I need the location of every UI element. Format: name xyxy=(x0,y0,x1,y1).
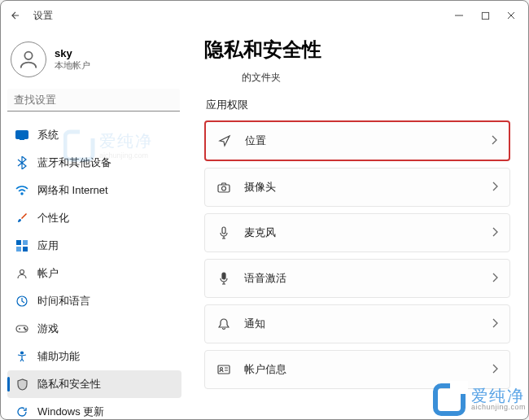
bell-icon xyxy=(216,317,231,331)
gamepad-icon xyxy=(15,322,28,335)
page-title: 隐私和安全性 xyxy=(204,37,510,63)
setting-label: 位置 xyxy=(245,133,266,148)
svg-rect-11 xyxy=(23,247,28,252)
setting-item-location[interactable]: 位置 xyxy=(204,120,510,161)
sidebar-item-network[interactable]: 网络和 Internet xyxy=(7,177,181,204)
settings-list: 位置 摄像头 麦克风 语音激活 xyxy=(204,120,510,389)
sidebar-item-bluetooth[interactable]: 蓝牙和其他设备 xyxy=(7,149,181,177)
id-card-icon xyxy=(216,362,231,377)
close-button[interactable] xyxy=(505,10,517,21)
svg-point-19 xyxy=(222,186,226,190)
setting-item-voice-activation[interactable]: 语音激活 xyxy=(204,259,510,298)
sidebar-item-windows-update[interactable]: Windows 更新 xyxy=(7,398,181,419)
avatar xyxy=(11,42,46,77)
accessibility-icon xyxy=(15,350,28,363)
svg-rect-20 xyxy=(222,227,225,234)
location-icon xyxy=(217,133,232,148)
sidebar-item-label: 辅助功能 xyxy=(37,349,80,364)
setting-label: 语音激活 xyxy=(244,271,286,286)
previous-item-tail: 的文件夹 xyxy=(204,68,510,93)
svg-rect-21 xyxy=(222,273,225,279)
sidebar-item-label: 应用 xyxy=(37,238,59,253)
nav-list: 系统 蓝牙和其他设备 网络和 Internet 个性化 应用 xyxy=(7,121,183,419)
back-button[interactable] xyxy=(7,7,24,24)
account-icon xyxy=(15,267,28,280)
setting-label: 帐户信息 xyxy=(244,362,286,377)
sidebar-item-label: 系统 xyxy=(37,128,59,142)
chevron-right-icon xyxy=(492,273,498,285)
update-icon xyxy=(15,405,28,418)
sidebar-item-apps[interactable]: 应用 xyxy=(7,232,181,260)
brush-icon xyxy=(15,212,28,225)
system-icon xyxy=(15,129,28,142)
svg-point-7 xyxy=(21,193,23,195)
chevron-right-icon xyxy=(491,135,497,147)
apps-icon xyxy=(15,239,28,252)
setting-label: 麦克风 xyxy=(244,225,276,240)
account-name: sky xyxy=(55,47,90,59)
sidebar: sky 本地帐户 系统 蓝牙和其他设备 网络和 Internet xyxy=(1,30,190,419)
svg-point-12 xyxy=(20,270,24,274)
sidebar-item-personalization[interactable]: 个性化 xyxy=(7,204,181,232)
setting-item-camera[interactable]: 摄像头 xyxy=(204,168,510,207)
sidebar-item-label: 个性化 xyxy=(37,211,69,225)
svg-rect-10 xyxy=(16,247,21,252)
bluetooth-icon xyxy=(15,156,28,169)
sidebar-item-label: 网络和 Internet xyxy=(37,183,108,198)
setting-item-notifications[interactable]: 通知 xyxy=(204,304,510,343)
account-type: 本地帐户 xyxy=(55,59,90,72)
sidebar-item-label: Windows 更新 xyxy=(37,405,104,419)
shield-icon xyxy=(15,378,28,391)
sidebar-item-system[interactable]: 系统 xyxy=(7,121,181,149)
svg-rect-5 xyxy=(16,131,28,139)
svg-rect-22 xyxy=(218,365,230,374)
svg-point-23 xyxy=(221,368,223,370)
svg-rect-6 xyxy=(20,139,24,140)
svg-rect-18 xyxy=(218,185,230,192)
svg-rect-9 xyxy=(23,240,28,245)
svg-rect-8 xyxy=(16,240,21,245)
chevron-right-icon xyxy=(492,182,498,194)
setting-item-microphone[interactable]: 麦克风 xyxy=(204,213,510,252)
title-bar: 设置 xyxy=(1,1,528,30)
clock-icon xyxy=(15,295,28,308)
sidebar-item-label: 时间和语言 xyxy=(37,294,90,308)
svg-point-4 xyxy=(24,52,32,59)
chevron-right-icon xyxy=(492,227,498,239)
sidebar-item-accessibility[interactable]: 辅助功能 xyxy=(7,343,181,370)
minimize-button[interactable] xyxy=(453,10,465,21)
chevron-right-icon xyxy=(492,364,498,376)
section-label: 应用权限 xyxy=(206,98,510,112)
chevron-right-icon xyxy=(492,318,498,330)
setting-label: 摄像头 xyxy=(244,180,276,195)
svg-point-16 xyxy=(25,329,26,330)
microphone-icon xyxy=(216,225,231,240)
search-box xyxy=(7,89,180,112)
maximize-button[interactable] xyxy=(479,10,491,21)
sidebar-item-accounts[interactable]: 帐户 xyxy=(7,260,181,287)
camera-icon xyxy=(216,180,231,195)
account-block[interactable]: sky 本地帐户 xyxy=(7,35,183,89)
svg-point-15 xyxy=(24,327,24,328)
sidebar-item-privacy[interactable]: 隐私和安全性 xyxy=(7,370,181,398)
sidebar-item-label: 蓝牙和其他设备 xyxy=(37,155,111,170)
sidebar-item-time-language[interactable]: 时间和语言 xyxy=(7,287,181,315)
content-pane: 隐私和安全性 的文件夹 应用权限 位置 摄像头 麦 xyxy=(190,30,528,419)
voice-icon xyxy=(216,271,231,286)
sidebar-item-label: 帐户 xyxy=(37,266,59,281)
wifi-icon xyxy=(15,184,28,197)
svg-point-17 xyxy=(21,352,24,354)
settings-window: 设置 sky 本地帐户 xyxy=(0,0,529,420)
sidebar-item-label: 隐私和安全性 xyxy=(37,377,101,392)
setting-label: 通知 xyxy=(244,317,265,331)
svg-rect-1 xyxy=(482,12,488,19)
sidebar-item-gaming[interactable]: 游戏 xyxy=(7,315,181,343)
window-title: 设置 xyxy=(33,9,53,23)
setting-item-account-info[interactable]: 帐户信息 xyxy=(204,350,510,389)
search-input[interactable] xyxy=(7,89,180,112)
sidebar-item-label: 游戏 xyxy=(37,322,59,336)
